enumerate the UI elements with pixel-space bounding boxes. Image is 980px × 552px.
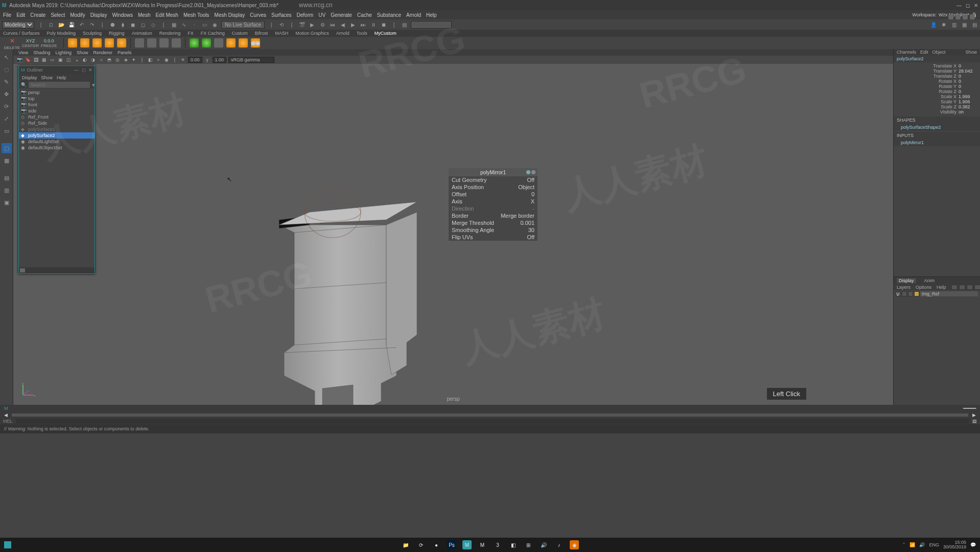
grid-icon[interactable]: ▦: [41, 57, 47, 63]
attr-editor-icon[interactable]: ▦: [961, 21, 968, 28]
maximize-icon[interactable]: ◻: [966, 3, 970, 8]
textured-icon[interactable]: ◑: [90, 57, 96, 63]
shelf-tab-active[interactable]: MyCustom: [375, 31, 396, 36]
menu-generate[interactable]: Generate: [331, 12, 352, 18]
menu-substance[interactable]: Substance: [377, 12, 401, 18]
vp-config-icon[interactable]: [948, 14, 953, 19]
sel-object-icon[interactable]: ◻: [139, 21, 147, 28]
menu-mesh[interactable]: Mesh: [138, 12, 150, 18]
panel-layout-icon[interactable]: ▤: [401, 21, 408, 28]
outliner-search-input[interactable]: [29, 82, 90, 88]
menu-modify[interactable]: Modify: [70, 12, 85, 18]
bookmark-icon[interactable]: 🔖: [25, 57, 31, 63]
app-explorer-icon[interactable]: 📁: [401, 540, 410, 549]
stop-icon[interactable]: ⏹: [380, 21, 387, 28]
open-scene-icon[interactable]: 📂: [58, 21, 65, 28]
maximize-icon[interactable]: ◻: [82, 67, 85, 73]
range-end-icon[interactable]: ▶: [972, 412, 976, 418]
shelf-tab[interactable]: Rigging: [109, 31, 125, 36]
shelf-tab[interactable]: Custom: [232, 31, 248, 36]
layer-btn-icon[interactable]: [974, 285, 980, 290]
move-tool-icon[interactable]: ✥: [2, 89, 12, 99]
bridge-icon[interactable]: [239, 38, 248, 48]
menu-windows[interactable]: Windows: [112, 12, 133, 18]
vp-menu-show[interactable]: Show: [77, 50, 88, 55]
search-field[interactable]: [411, 21, 452, 29]
play-start-icon[interactable]: ⏮: [329, 21, 336, 28]
vp-menu-panels[interactable]: Panels: [118, 50, 132, 55]
cb-input-name[interactable]: polyMirror1: [894, 139, 980, 146]
menu-create[interactable]: Create: [30, 12, 45, 18]
tray-notifications-icon[interactable]: 💬: [970, 542, 976, 547]
app-generic-icon[interactable]: ◧: [508, 540, 518, 549]
layer-name[interactable]: Img_Ref: [920, 291, 978, 296]
vp-menu-lighting[interactable]: Lighting: [55, 50, 72, 55]
hud-dot-icon[interactable]: [526, 170, 530, 174]
paint-tool-icon[interactable]: ✎: [2, 77, 12, 87]
poly-cylinder-icon[interactable]: [92, 38, 102, 48]
scale-tool-icon[interactable]: ⤢: [2, 113, 12, 124]
outliner-menu-display[interactable]: Display: [22, 75, 37, 80]
select-tool-icon[interactable]: ↖: [2, 52, 12, 62]
shelf-tab[interactable]: Sculpting: [83, 31, 102, 36]
shadow-icon[interactable]: ◓: [106, 57, 112, 63]
tray-clock[interactable]: 15:05 30/05/2019: [943, 540, 966, 549]
wireframe-icon[interactable]: ⟁: [74, 57, 80, 63]
menu-meshdisplay[interactable]: Mesh Display: [214, 12, 245, 18]
poly-cube-icon[interactable]: [80, 38, 89, 48]
extrude-icon[interactable]: ⬤⬤: [251, 38, 260, 48]
single-view-icon[interactable]: ▢: [2, 143, 12, 153]
cb-tab-object[interactable]: Object: [932, 50, 946, 55]
layer-menu-layers[interactable]: Layers: [897, 285, 911, 290]
sel-vertex-icon[interactable]: ⬣: [109, 21, 116, 28]
snap-point-icon[interactable]: ·: [191, 21, 198, 28]
camera-select-icon[interactable]: 📷: [16, 57, 22, 63]
app-maya-icon[interactable]: M: [462, 540, 472, 549]
outliner-menu-help[interactable]: Help: [57, 75, 66, 80]
mode-selector[interactable]: Modeling: [2, 21, 34, 29]
layout-a-icon[interactable]: ▤: [2, 173, 12, 183]
vp-menu-view[interactable]: View: [18, 50, 28, 55]
exposure-field[interactable]: 0.00: [188, 57, 202, 63]
snap-grid-icon[interactable]: ▦: [170, 21, 177, 28]
app-chrome-icon[interactable]: ⟳: [416, 540, 426, 549]
bool-union-icon[interactable]: [190, 38, 199, 48]
exposure-icon[interactable]: ☀: [180, 57, 186, 63]
layer-type-icon[interactable]: [908, 291, 913, 296]
shelf-tab[interactable]: Rendering: [159, 31, 181, 36]
combine-icon[interactable]: [135, 38, 144, 48]
minimize-icon[interactable]: —: [956, 3, 962, 8]
shelf-tab[interactable]: Arnold: [336, 31, 349, 36]
layer-play-icon[interactable]: [902, 291, 907, 296]
menu-surfaces[interactable]: Surfaces: [271, 12, 291, 18]
outliner-scrollbar[interactable]: [19, 267, 95, 273]
layout-b-icon[interactable]: ▥: [2, 185, 12, 195]
res-gate-icon[interactable]: ▣: [57, 57, 63, 63]
film-gate-icon[interactable]: ▭: [49, 57, 55, 63]
tray-chevron-up-icon[interactable]: ˄: [903, 542, 905, 547]
menu-uv[interactable]: UV: [318, 12, 325, 18]
motion-blur-icon[interactable]: ≈: [155, 57, 161, 63]
shelf-tab[interactable]: Poly Modeling: [47, 31, 76, 36]
menu-meshtools[interactable]: Mesh Tools: [183, 12, 209, 18]
vp-menu-renderer[interactable]: Renderer: [93, 50, 112, 55]
viewport[interactable]: ↖ polyMirror1 Cut GeometryOff Axis Posit…: [13, 64, 893, 405]
play-end-icon[interactable]: ⏭: [360, 21, 367, 28]
render-icon[interactable]: 🎬: [298, 21, 306, 28]
menu-select[interactable]: Select: [51, 12, 65, 18]
cb-tab-show[interactable]: Show: [965, 50, 977, 55]
play-prev-icon[interactable]: ◀: [339, 21, 346, 28]
channel-box-icon[interactable]: ▤: [971, 21, 978, 28]
pause-icon[interactable]: ⏸: [370, 21, 377, 28]
app-obs-icon[interactable]: ●: [432, 540, 441, 549]
app-photoshop-icon[interactable]: Ps: [447, 540, 456, 549]
vp-config-icon[interactable]: [963, 14, 968, 19]
poly-sphere-icon[interactable]: [68, 38, 77, 48]
redo-icon[interactable]: ↷: [88, 21, 96, 28]
hud-dot-icon[interactable]: [531, 170, 535, 174]
app-music-icon[interactable]: ♪: [554, 540, 564, 549]
app-audio-icon[interactable]: 🔊: [539, 540, 548, 549]
timeline[interactable]: M ━━━━━: [0, 405, 980, 412]
range-slider[interactable]: ◀ ▶: [0, 412, 980, 418]
freeze-icon[interactable]: 0.0.0: [44, 38, 54, 43]
